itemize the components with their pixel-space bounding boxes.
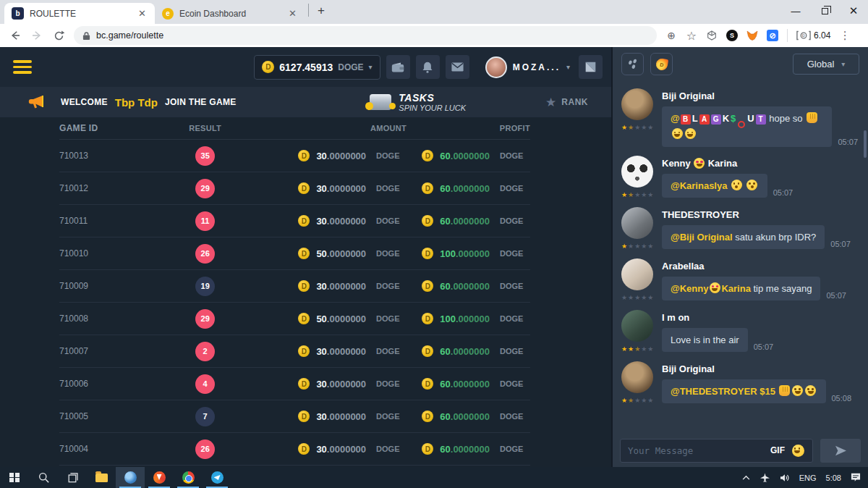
wallet-button[interactable] [386, 55, 410, 79]
browser-menu-icon[interactable]: ⋮ [836, 27, 854, 44]
language-indicator[interactable]: ENG [799, 474, 817, 482]
table-row[interactable]: 71000829D50.0000000DOGED100.000000DOGE [59, 303, 530, 335]
avatar[interactable] [621, 156, 653, 188]
tab-ecoin-dashboard[interactable]: e Ecoin Dashboard ✕ [155, 3, 305, 24]
profit-cell: D60.0000000DOGE [407, 345, 530, 357]
close-tab-icon[interactable]: ✕ [137, 8, 148, 19]
new-tab-button[interactable]: + [312, 4, 333, 21]
profit-currency: DOGE [500, 249, 530, 258]
profit-currency: DOGE [500, 445, 530, 453]
forward-button[interactable] [27, 26, 46, 45]
price-ticker-extension[interactable]: Đ 6.04 [793, 30, 833, 41]
coin-drop-button[interactable]: D [650, 53, 673, 75]
star-icon: ★ [628, 397, 634, 404]
minimize-button[interactable]: — [781, 0, 810, 22]
chevron-down-icon: ▾ [566, 63, 570, 71]
profit-value: 100.000000 [440, 248, 490, 259]
result-chip: 35 [195, 146, 215, 166]
chat-toggle-button[interactable] [579, 55, 603, 79]
taskbar-browser-active[interactable] [116, 467, 145, 488]
heart-emoji-icon [694, 158, 705, 169]
send-button[interactable] [820, 439, 861, 463]
message-input[interactable] [628, 445, 765, 456]
star-icon: ★ [628, 294, 634, 301]
avatar[interactable] [621, 310, 653, 342]
profit-value: 60.0000000 [440, 411, 490, 422]
rain-button[interactable] [621, 53, 644, 75]
result-cell: 19 [163, 277, 247, 296]
avatar[interactable] [621, 88, 653, 120]
doge-coin-icon: D [422, 443, 433, 455]
chat-scrollbar[interactable] [864, 130, 867, 158]
rain-icon [626, 58, 639, 71]
menu-hamburger-icon[interactable] [13, 60, 32, 74]
restore-button[interactable] [810, 0, 839, 22]
table-row[interactable]: 7100057D30.0000000DOGED60.0000000DOGE [59, 400, 530, 433]
chat-channel-select[interactable]: Global ▾ [793, 54, 859, 75]
url-bar[interactable]: bc.game/roulette [74, 26, 657, 45]
table-row[interactable]: 71001111D30.0000000DOGED60.0000000DOGE [59, 205, 530, 237]
table-row[interactable]: 7100072D30.0000000DOGED60.0000000DOGE [59, 335, 530, 368]
profit-value: 100.000000 [440, 314, 490, 324]
taskbar-search-button[interactable] [29, 467, 58, 488]
balance-amount: 6127.45913 [279, 62, 333, 73]
gif-button[interactable]: GIF [770, 445, 785, 455]
chat-messages[interactable]: ★★★★★Biji Original@BLAGK$OUT hope so 05:… [613, 81, 868, 434]
close-tab-icon[interactable]: ✕ [287, 8, 298, 19]
action-center-icon[interactable] [851, 473, 861, 482]
result-cell: 2 [163, 342, 247, 361]
emoji-picker-icon[interactable] [792, 445, 804, 457]
star-icon: ★ [634, 243, 641, 250]
metamask-fox-icon[interactable] [744, 27, 761, 44]
rank-widget[interactable]: ★ RANK [545, 95, 588, 110]
taskbar-telegram[interactable] [203, 467, 231, 488]
airplane-mode-icon[interactable] [760, 473, 770, 482]
close-window-button[interactable]: ✕ [839, 0, 868, 22]
tasks-widget[interactable]: TASKS SPIN YOUR LUCK [370, 92, 466, 112]
avatar[interactable] [621, 207, 653, 239]
extension-cube-icon[interactable] [703, 27, 720, 44]
site-navbar: D 6127.45913 DOGE ▾ [0, 47, 611, 87]
amount-cell: D30.0000000DOGE [247, 345, 407, 357]
bookmark-star-icon[interactable]: ☆ [683, 27, 700, 44]
result-chip: 4 [195, 374, 215, 394]
message-bubble: @Karinaslya [662, 174, 767, 198]
back-button[interactable] [6, 26, 25, 45]
messages-button[interactable] [446, 55, 469, 79]
taskbar-brave[interactable] [145, 467, 174, 488]
star-icon: ★ [647, 397, 654, 404]
table-row[interactable]: 71001335D30.0000000DOGED60.0000000DOGE [59, 140, 530, 172]
table-row[interactable]: 71000426D30.0000000DOGED60.0000000DOGE [59, 433, 530, 466]
volume-icon[interactable] [780, 474, 790, 482]
taskbar-chrome[interactable] [174, 467, 203, 488]
blocker-extension-icon[interactable]: ⊘ [764, 27, 781, 44]
tab-roulette[interactable]: b ROULETTE ✕ [4, 3, 155, 24]
profit-value: 60.0000000 [440, 281, 490, 292]
table-row[interactable]: 71001229D30.0000000DOGED60.0000000DOGE [59, 172, 530, 205]
zoom-page-icon[interactable]: ⊕ [663, 27, 680, 44]
table-row[interactable]: 71000919D30.0000000DOGED60.0000000DOGE [59, 270, 530, 303]
taskbar-clock[interactable]: 5:08 [826, 474, 841, 482]
balance-selector[interactable]: D 6127.45913 DOGE ▾ [254, 55, 380, 80]
table-row[interactable]: 71001026D50.0000000DOGED100.000000DOGE [59, 237, 530, 270]
star-icon: ★ [621, 191, 628, 198]
table-row[interactable]: 7100064D30.0000000DOGED60.0000000DOGE [59, 368, 530, 400]
file-explorer-button[interactable] [87, 467, 116, 488]
notifications-button[interactable] [416, 55, 440, 79]
tray-chevron-up-icon[interactable] [742, 475, 750, 480]
avatar[interactable] [621, 258, 653, 290]
chat-message: ★★★★★I m onLove is in the air05:07 [613, 303, 868, 354]
profit-currency: DOGE [500, 379, 530, 388]
avatar[interactable] [621, 361, 653, 393]
ticker-icon: Đ [796, 30, 811, 41]
start-button[interactable] [0, 467, 29, 488]
user-menu[interactable]: MOZA... ▾ [485, 56, 570, 78]
doge-coin-icon: D [422, 313, 433, 324]
extension-s-icon[interactable]: S [723, 27, 741, 44]
chat-username: Biji Original [662, 363, 858, 374]
reload-button[interactable] [49, 26, 68, 45]
doge-coin-icon: D [422, 280, 433, 292]
task-view-button[interactable] [58, 467, 87, 488]
game-id: 710009 [59, 281, 163, 291]
amount-currency: DOGE [376, 347, 407, 356]
